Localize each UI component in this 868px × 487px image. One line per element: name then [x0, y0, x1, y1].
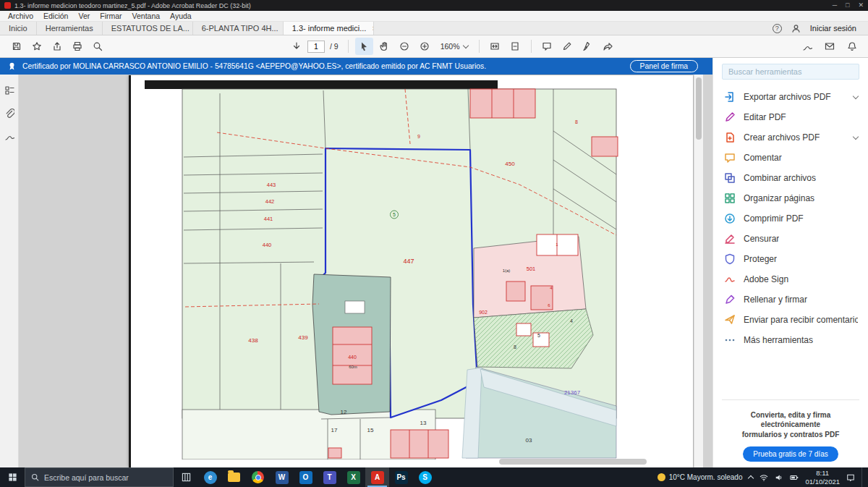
window-title: 1.3- informe medicion teodoro martinez_5… — [14, 2, 251, 9]
taskbar-app-chrome[interactable] — [246, 467, 270, 487]
zoom-in-icon[interactable] — [416, 38, 434, 55]
menu-ayuda[interactable]: Ayuda — [165, 12, 197, 20]
close-button[interactable]: ✕ — [858, 2, 864, 9]
tool-item-adobe-sign[interactable]: Adobe Sign — [713, 269, 868, 289]
free-trial-button[interactable]: Prueba gratis de 7 días — [743, 446, 838, 462]
horizontal-scrollbar[interactable] — [499, 459, 647, 465]
taskbar-app-edge[interactable]: e — [198, 467, 222, 487]
tool-item-organize-pages[interactable]: Organizar páginas — [713, 188, 868, 208]
taskbar-app-skype[interactable]: S — [413, 467, 437, 487]
taskbar-app-acrobat-active[interactable]: A — [365, 467, 389, 487]
skype-icon: S — [419, 471, 432, 484]
tool-item-compress-pdf[interactable]: Comprimir PDF — [713, 208, 868, 229]
star-icon[interactable] — [27, 38, 46, 55]
sign-pen-icon[interactable] — [579, 38, 597, 55]
weather-widget[interactable]: 10°C Mayorm. soleado — [658, 473, 743, 481]
vertical-scrollbar[interactable] — [694, 75, 703, 467]
menu-ventana[interactable]: Ventana — [127, 12, 166, 20]
edge-icon: e — [204, 471, 217, 484]
tool-item-redact[interactable]: Censurar — [713, 229, 868, 249]
certificate-banner: Certificado por MOLINA CARRASCO ANTONIO … — [0, 58, 712, 75]
cadastral-map: 443 442 441 440 438 439 447 450 501 902 … — [179, 88, 619, 460]
bell-icon[interactable] — [843, 38, 861, 55]
taskbar-app-outlook[interactable]: O — [294, 467, 318, 487]
edit-pdf-icon — [723, 111, 736, 124]
close-tab-icon[interactable]: × — [372, 24, 373, 33]
tool-item-create-pdf[interactable]: Crear archivos PDF — [713, 127, 868, 148]
taskbar-search[interactable]: Escribe aquí para buscar — [25, 467, 174, 487]
attachments-icon[interactable] — [4, 108, 15, 119]
label-8: 8 — [575, 119, 578, 124]
battery-icon[interactable] — [790, 473, 799, 482]
parcel-label-17: 17 — [331, 427, 338, 433]
chevron-down-icon[interactable] — [853, 133, 859, 139]
sign-in-button[interactable]: Iniciar sesión — [810, 24, 856, 33]
pencil-icon[interactable] — [558, 38, 576, 55]
fit-page-icon[interactable] — [506, 38, 524, 55]
tab-herramientas[interactable]: Herramientas — [37, 22, 103, 35]
volume-icon[interactable] — [775, 473, 783, 482]
taskbar-app-photoshop[interactable]: Ps — [389, 467, 413, 487]
tool-item-comment[interactable]: Comentar — [713, 148, 868, 168]
tab-document-1[interactable]: ESTATUTOS DE LA... — [103, 22, 193, 35]
tool-item-export-pdf[interactable]: Exportar archivos PDF — [713, 87, 868, 107]
send-icon[interactable] — [599, 38, 617, 55]
menu-ver[interactable]: Ver — [73, 12, 95, 20]
save-icon[interactable] — [7, 38, 25, 55]
zoom-level-dropdown[interactable]: 160% — [436, 41, 472, 52]
action-center-icon[interactable] — [846, 473, 855, 482]
zoom-level: 160% — [441, 42, 460, 51]
comment-icon[interactable] — [538, 38, 556, 55]
help-icon[interactable]: ? — [773, 24, 782, 33]
taskbar-app-word[interactable]: W — [270, 467, 294, 487]
label-8-hatch: 8 — [514, 344, 516, 350]
tool-item-combine-files[interactable]: Combinar archivos — [713, 168, 868, 188]
zoom-out-icon[interactable] — [396, 38, 414, 55]
task-view-icon[interactable] — [174, 467, 198, 487]
tool-item-more-tools[interactable]: Más herramientas — [713, 330, 868, 350]
minimize-button[interactable]: ─ — [833, 2, 837, 9]
tab-document-3-active[interactable]: 1.3- informe medici... × — [284, 22, 374, 35]
tool-item-edit-pdf[interactable]: Editar PDF — [713, 107, 868, 127]
share-icon[interactable] — [48, 38, 66, 55]
bookmarks-icon[interactable] — [4, 85, 15, 96]
outlook-icon: O — [299, 471, 312, 484]
menu-edicion[interactable]: Edición — [38, 12, 73, 20]
quill-sign-icon[interactable] — [798, 38, 816, 55]
fit-width-icon[interactable] — [486, 38, 504, 55]
tools-search-input[interactable] — [722, 64, 859, 80]
taskbar-app-teams[interactable]: T — [318, 467, 341, 487]
taskbar-app-file-explorer[interactable] — [222, 467, 246, 487]
select-tool-icon[interactable] — [355, 38, 373, 55]
protect-icon — [723, 253, 736, 266]
maximize-button[interactable]: □ — [846, 2, 849, 9]
search-icon[interactable] — [88, 38, 106, 55]
signatures-icon[interactable] — [4, 131, 15, 143]
chevron-down-icon[interactable] — [853, 93, 859, 98]
more-tools-icon — [723, 334, 736, 347]
clock[interactable]: 8:11 01/10/2021 — [805, 469, 840, 486]
page-number-input[interactable] — [307, 41, 325, 53]
account-icon[interactable] — [791, 24, 801, 33]
tool-item-send-for-comments[interactable]: Enviar para recibir comentarios — [713, 310, 868, 330]
show-desktop-button[interactable] — [861, 467, 864, 487]
hand-tool-icon[interactable] — [375, 38, 393, 55]
tray-overflow-icon[interactable] — [748, 475, 754, 481]
next-page-icon[interactable] — [287, 38, 305, 55]
scrollbar-thumb[interactable] — [696, 77, 702, 140]
tool-item-protect[interactable]: Proteger — [713, 249, 868, 269]
mail-icon[interactable] — [820, 38, 838, 55]
tool-item-fill-sign[interactable]: Rellenar y firmar — [713, 289, 868, 310]
menu-firmar[interactable]: Firmar — [95, 12, 127, 20]
tab-document-2[interactable]: 6-PLANTA TIPO 4H... — [193, 22, 284, 35]
menu-bar: Archivo Edición Ver Firmar Ventana Ayuda — [0, 11, 868, 22]
start-button[interactable] — [0, 467, 25, 487]
taskbar-app-excel[interactable]: X — [341, 467, 365, 487]
navigation-pane-strip — [0, 75, 19, 467]
print-icon[interactable] — [68, 38, 86, 55]
menu-archivo[interactable]: Archivo — [3, 12, 38, 20]
tab-inicio[interactable]: Inicio — [0, 22, 37, 35]
network-icon[interactable] — [760, 473, 768, 482]
parcel-label-450: 450 — [505, 161, 515, 167]
signature-panel-button[interactable]: Panel de firma — [630, 60, 698, 72]
